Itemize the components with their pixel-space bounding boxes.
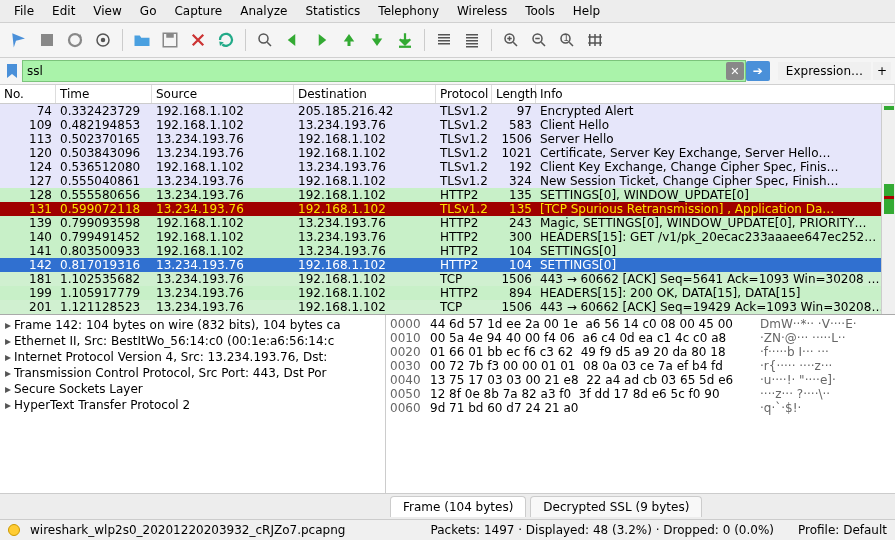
- hex-line[interactable]: 004013 75 17 03 03 00 21 e8 22 a4 ad cb …: [390, 373, 891, 387]
- menu-help[interactable]: Help: [565, 2, 608, 20]
- menu-capture[interactable]: Capture: [166, 2, 230, 20]
- expression-button[interactable]: Expression…: [778, 62, 871, 80]
- expert-info-icon[interactable]: [8, 524, 20, 536]
- separator: [424, 29, 425, 51]
- menu-edit[interactable]: Edit: [44, 2, 83, 20]
- tab-decrypted-ssl[interactable]: Decrypted SSL (9 bytes): [530, 496, 702, 517]
- packet-row[interactable]: 1130.50237016513.234.193.76192.168.1.102…: [0, 132, 895, 146]
- go-forward-button[interactable]: [308, 27, 334, 53]
- menu-statistics[interactable]: Statistics: [297, 2, 368, 20]
- packet-row[interactable]: 1400.799491452192.168.1.10213.234.193.76…: [0, 230, 895, 244]
- main-toolbar: 1: [0, 23, 895, 58]
- restart-capture-button[interactable]: [62, 27, 88, 53]
- expand-arrow-icon[interactable]: ▸: [2, 350, 14, 364]
- packet-row[interactable]: 1991.10591777913.234.193.76192.168.1.102…: [0, 286, 895, 300]
- save-file-button[interactable]: [157, 27, 183, 53]
- svg-text:1: 1: [563, 33, 569, 43]
- stop-capture-button[interactable]: [34, 27, 60, 53]
- svg-rect-0: [41, 34, 53, 46]
- packet-list-header[interactable]: No. Time Source Destination Protocol Len…: [0, 85, 895, 104]
- tree-item[interactable]: ▸Internet Protocol Version 4, Src: 13.23…: [2, 349, 383, 365]
- packet-row[interactable]: 1410.803500933192.168.1.10213.234.193.76…: [0, 244, 895, 258]
- autoscroll-button[interactable]: [431, 27, 457, 53]
- expand-arrow-icon[interactable]: ▸: [2, 398, 14, 412]
- tree-item[interactable]: ▸Secure Sockets Layer: [2, 381, 383, 397]
- hex-line[interactable]: 005012 8f 0e 8b 7a 82 a3 f0 3f dd 17 8d …: [390, 387, 891, 401]
- packet-row[interactable]: 1390.799093598192.168.1.10213.234.193.76…: [0, 216, 895, 230]
- svg-rect-5: [166, 33, 174, 38]
- column-protocol[interactable]: Protocol: [436, 85, 492, 103]
- menu-analyze[interactable]: Analyze: [232, 2, 295, 20]
- column-info[interactable]: Info: [536, 85, 895, 103]
- separator: [245, 29, 246, 51]
- packet-row[interactable]: 1420.81701931613.234.193.76192.168.1.102…: [0, 258, 895, 272]
- hex-line[interactable]: 003000 72 7b f3 00 00 01 01 08 0a 03 ce …: [390, 359, 891, 373]
- packet-row[interactable]: 1270.55504086113.234.193.76192.168.1.102…: [0, 174, 895, 188]
- packet-list[interactable]: 740.332423729192.168.1.102205.185.216.42…: [0, 104, 895, 314]
- apply-filter-button[interactable]: ➔: [746, 61, 770, 81]
- column-source[interactable]: Source: [152, 85, 294, 103]
- menu-wireless[interactable]: Wireless: [449, 2, 515, 20]
- hex-line[interactable]: 002001 66 01 bb ec f6 c3 62 49 f9 d5 a9 …: [390, 345, 891, 359]
- packet-bytes-hex[interactable]: 000044 6d 57 1d ee 2a 00 1e a6 56 14 c0 …: [386, 315, 895, 493]
- menu-view[interactable]: View: [85, 2, 129, 20]
- svg-point-6: [259, 34, 268, 43]
- expand-arrow-icon[interactable]: ▸: [2, 366, 14, 380]
- packet-row[interactable]: 1811.10253568213.234.193.76192.168.1.102…: [0, 272, 895, 286]
- column-no[interactable]: No.: [0, 85, 56, 103]
- hex-line[interactable]: 000044 6d 57 1d ee 2a 00 1e a6 56 14 c0 …: [390, 317, 891, 331]
- expand-arrow-icon[interactable]: ▸: [2, 318, 14, 332]
- close-file-button[interactable]: [185, 27, 211, 53]
- packet-row[interactable]: 1200.50384309613.234.193.76192.168.1.102…: [0, 146, 895, 160]
- status-bar: wireshark_wlp2s0_20201220203932_cRJZo7.p…: [0, 519, 895, 540]
- display-filter-bar: ✕ ➔ Expression… +: [0, 58, 895, 85]
- column-time[interactable]: Time: [56, 85, 152, 103]
- packet-row[interactable]: 1090.482194853192.168.1.10213.234.193.76…: [0, 118, 895, 132]
- go-to-packet-button[interactable]: [336, 27, 362, 53]
- separator: [122, 29, 123, 51]
- tree-item[interactable]: ▸Transmission Control Protocol, Src Port…: [2, 365, 383, 381]
- colorize-button[interactable]: [459, 27, 485, 53]
- go-first-button[interactable]: [364, 27, 390, 53]
- separator: [491, 29, 492, 51]
- menubar: File Edit View Go Capture Analyze Statis…: [0, 0, 895, 23]
- tree-item[interactable]: ▸Frame 142: 104 bytes on wire (832 bits)…: [2, 317, 383, 333]
- zoom-reset-button[interactable]: 1: [554, 27, 580, 53]
- hex-line[interactable]: 00609d 71 bd 60 d7 24 21 a0·q·`·$!·: [390, 401, 891, 415]
- start-capture-button[interactable]: [6, 27, 32, 53]
- go-last-button[interactable]: [392, 27, 418, 53]
- tab-frame-bytes[interactable]: Frame (104 bytes): [390, 496, 526, 517]
- packet-row[interactable]: 1280.55558065613.234.193.76192.168.1.102…: [0, 188, 895, 202]
- go-back-button[interactable]: [280, 27, 306, 53]
- packet-row[interactable]: 1240.536512080192.168.1.10213.234.193.76…: [0, 160, 895, 174]
- filter-bookmark-icon[interactable]: [4, 63, 20, 79]
- find-button[interactable]: [252, 27, 278, 53]
- expand-arrow-icon[interactable]: ▸: [2, 334, 14, 348]
- column-length[interactable]: Length: [492, 85, 536, 103]
- menu-telephony[interactable]: Telephony: [370, 2, 447, 20]
- capture-filename: wireshark_wlp2s0_20201220203932_cRJZo7.p…: [30, 523, 345, 537]
- reload-button[interactable]: [213, 27, 239, 53]
- open-file-button[interactable]: [129, 27, 155, 53]
- zoom-out-button[interactable]: [526, 27, 552, 53]
- packet-row[interactable]: 740.332423729192.168.1.102205.185.216.42…: [0, 104, 895, 118]
- profile-label[interactable]: Profile: Default: [798, 523, 887, 537]
- resize-columns-button[interactable]: [582, 27, 608, 53]
- display-filter-input[interactable]: [22, 60, 746, 82]
- packet-row[interactable]: 1310.59907211813.234.193.76192.168.1.102…: [0, 202, 895, 216]
- menu-go[interactable]: Go: [132, 2, 165, 20]
- packet-details-tree[interactable]: ▸Frame 142: 104 bytes on wire (832 bits)…: [0, 315, 386, 493]
- capture-options-button[interactable]: [90, 27, 116, 53]
- hex-line[interactable]: 001000 5a 4e 94 40 00 f4 06 a6 c4 0d ea …: [390, 331, 891, 345]
- menu-file[interactable]: File: [6, 2, 42, 20]
- packet-row[interactable]: 2011.12112852313.234.193.76192.168.1.102…: [0, 300, 895, 314]
- add-filter-button[interactable]: +: [873, 62, 891, 80]
- zoom-in-button[interactable]: [498, 27, 524, 53]
- menu-tools[interactable]: Tools: [517, 2, 563, 20]
- tree-item[interactable]: ▸HyperText Transfer Protocol 2: [2, 397, 383, 413]
- packet-map-scrollbar[interactable]: [881, 104, 895, 314]
- tree-item[interactable]: ▸Ethernet II, Src: BestItWo_56:14:c0 (00…: [2, 333, 383, 349]
- clear-filter-button[interactable]: ✕: [726, 62, 744, 80]
- column-destination[interactable]: Destination: [294, 85, 436, 103]
- expand-arrow-icon[interactable]: ▸: [2, 382, 14, 396]
